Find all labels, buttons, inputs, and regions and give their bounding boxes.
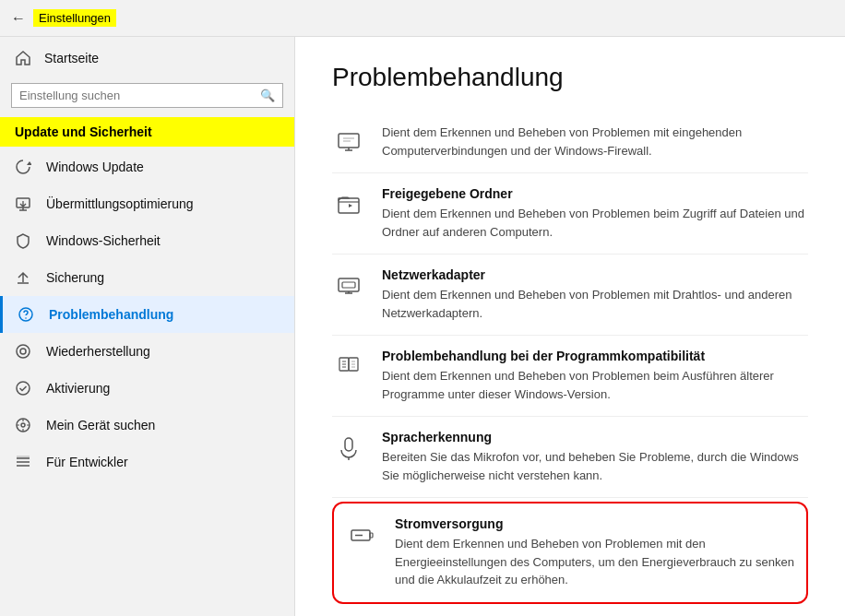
list-item[interactable]: Netzwerkadapter Dient dem Erkennen und B…	[332, 255, 808, 336]
netzwerk-title: Netzwerkadapter	[382, 267, 808, 282]
firewall-content: Dient dem Erkennen und Beheben von Probl…	[382, 124, 808, 160]
aktivierung-icon	[15, 380, 33, 397]
uebermittlung-icon	[15, 195, 33, 212]
list-item[interactable]: Dient dem Erkennen und Beheben von Probl…	[332, 111, 808, 173]
spracherkennung-desc: Bereiten Sie das Mikrofon vor, und beheb…	[382, 448, 808, 484]
windows-update-icon	[15, 159, 33, 175]
freigegebene-ordner-icon	[332, 188, 365, 221]
sidebar-label-uebermittlung: Übermittlungsoptimierung	[46, 196, 194, 211]
sidebar-label-windows-update: Windows Update	[46, 160, 144, 174]
stromversorgung-wrapper: Stromversorgung Dient dem Erkennen und B…	[332, 502, 808, 604]
sidebar: Startseite 🔍 Update und Sicherheit Windo…	[0, 37, 295, 616]
sidebar-item-problembehandlung[interactable]: Problembehandlung	[0, 296, 294, 333]
programmkompatibilitaet-title: Problembehandlung bei der Programmkompat…	[382, 349, 808, 363]
sidebar-label-entwickler: Für Entwickler	[46, 455, 128, 469]
home-label: Startseite	[44, 51, 99, 65]
sidebar-category-label: Update und Sicherheit	[0, 117, 294, 147]
freigegebene-desc: Dient dem Erkennen und Beheben von Probl…	[382, 205, 808, 241]
search-input[interactable]	[19, 89, 260, 102]
sidebar-label-sicherheit: Windows-Sicherheit	[46, 233, 161, 248]
sidebar-item-sicherung[interactable]: Sicherung	[0, 259, 294, 296]
sidebar-item-windows-update[interactable]: Windows Update	[0, 148, 294, 185]
netzwerkadapter-icon	[332, 269, 365, 302]
sidebar-item-uebermittlung[interactable]: Übermittlungsoptimierung	[0, 185, 294, 222]
sidebar-label-problembehandlung: Problembehandlung	[49, 307, 173, 322]
sidebar-label-sicherung: Sicherung	[46, 270, 104, 285]
sidebar-search-box[interactable]: 🔍	[11, 83, 283, 108]
svg-rect-12	[342, 282, 355, 288]
sidebar-item-home[interactable]: Startseite	[0, 37, 294, 79]
stromversorgung-title: Stromversorgung	[395, 516, 795, 531]
problembehandlung-icon	[18, 306, 36, 323]
spracherkennung-content: Spracherkennung Bereiten Sie das Mikrofo…	[382, 430, 808, 484]
programmkompatibilitaet-desc: Dient dem Erkennen und Beheben von Probl…	[382, 367, 808, 403]
sidebar-item-sicherheit[interactable]: Windows-Sicherheit	[0, 222, 294, 259]
wiederherstellung-icon	[15, 343, 33, 360]
entwickler-icon	[15, 454, 33, 470]
sidebar-item-geraet[interactable]: Mein Gerät suchen	[0, 407, 294, 444]
sidebar-label-wiederherstellung: Wiederherstellung	[46, 344, 150, 359]
sidebar-item-entwickler[interactable]: Für Entwickler	[0, 444, 294, 480]
stromversorgung-highlight-box: Stromversorgung Dient dem Erkennen und B…	[332, 502, 808, 604]
programmkompatibilitaet-content: Problembehandlung bei der Programmkompat…	[382, 349, 808, 403]
firewall-icon	[332, 125, 365, 159]
netzwerk-desc: Dient dem Erkennen und Beheben von Probl…	[382, 286, 808, 322]
spracherkennung-icon	[332, 432, 365, 465]
sidebar-label-geraet: Mein Gerät suchen	[46, 418, 155, 432]
sidebar-item-aktivierung[interactable]: Aktivierung	[0, 370, 294, 407]
geraet-icon	[15, 417, 33, 433]
title-bar-label: Einstellungen	[33, 9, 116, 27]
list-item[interactable]: Problembehandlung bei der Programmkompat…	[332, 336, 808, 417]
spracherkennung-title: Spracherkennung	[382, 430, 808, 444]
home-icon	[15, 50, 33, 66]
back-button[interactable]: ←	[11, 10, 26, 27]
sidebar-label-aktivierung: Aktivierung	[46, 381, 110, 396]
stromversorgung-content: Stromversorgung Dient dem Erkennen und B…	[395, 516, 795, 589]
sicherheit-icon	[15, 232, 33, 249]
svg-point-5	[17, 382, 30, 395]
svg-rect-11	[339, 278, 359, 291]
title-bar: ← Einstellungen	[0, 0, 845, 37]
freigegebene-content: Freigegebene Ordner Dient dem Erkennen u…	[382, 186, 808, 241]
stromversorgung-desc: Dient dem Erkennen und Beheben von Probl…	[395, 535, 795, 589]
programmkompatibilitaet-icon	[332, 350, 365, 384]
stromversorgung-icon	[345, 518, 378, 551]
list-item[interactable]: Freigegebene Ordner Dient dem Erkennen u…	[332, 173, 808, 255]
svg-rect-15	[345, 438, 352, 451]
freigegebene-title: Freigegebene Ordner	[382, 186, 808, 201]
svg-point-7	[21, 423, 25, 427]
sicherung-icon	[15, 269, 33, 286]
svg-rect-8	[17, 456, 30, 458]
list-item[interactable]: Spracherkennung Bereiten Sie das Mikrofo…	[332, 417, 808, 498]
search-icon: 🔍	[260, 89, 275, 102]
list-item-stromversorgung[interactable]: Stromversorgung Dient dem Erkennen und B…	[345, 511, 795, 595]
page-title: Problembehandlung	[332, 63, 808, 92]
svg-point-2	[25, 317, 27, 319]
main-container: Startseite 🔍 Update und Sicherheit Windo…	[0, 37, 845, 616]
firewall-desc: Dient dem Erkennen und Beheben von Probl…	[382, 124, 808, 160]
content-area: Problembehandlung Dient dem Erkennen und…	[295, 37, 845, 616]
svg-point-3	[17, 345, 30, 358]
svg-point-4	[20, 349, 26, 354]
svg-rect-17	[370, 533, 373, 538]
netzwerk-content: Netzwerkadapter Dient dem Erkennen und B…	[382, 267, 808, 322]
sidebar-item-wiederherstellung[interactable]: Wiederherstellung	[0, 333, 294, 370]
